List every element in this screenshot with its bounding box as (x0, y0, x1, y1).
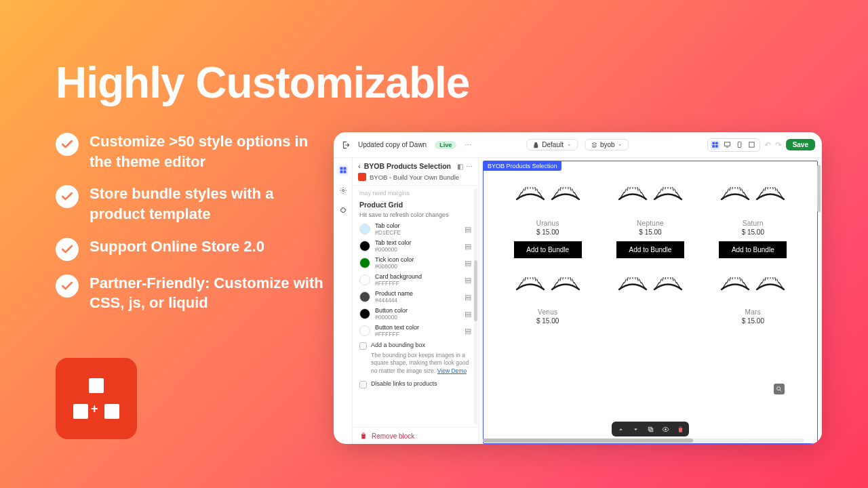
device-inspector-icon[interactable] (711, 140, 720, 150)
svg-line-98 (635, 277, 635, 279)
save-button[interactable]: Save (786, 139, 815, 150)
svg-line-45 (674, 188, 676, 193)
svg-line-94 (625, 279, 627, 283)
swatch-options-icon[interactable]: ▤ (465, 242, 471, 251)
sections-icon[interactable] (338, 165, 349, 176)
svg-point-136 (777, 387, 781, 390)
undo-icon[interactable]: ↶ (764, 140, 771, 150)
template-selector[interactable]: byob (585, 139, 629, 150)
color-swatch[interactable] (359, 258, 370, 268)
remove-block-button[interactable]: Remove block (372, 432, 414, 440)
svg-line-77 (534, 277, 536, 281)
svg-line-66 (775, 187, 776, 191)
svg-line-51 (730, 187, 731, 191)
swatch-options-icon[interactable]: ▤ (465, 276, 471, 285)
floating-toolbar (612, 422, 689, 436)
move-up-icon[interactable] (616, 424, 625, 434)
product-card: Mars $ 15.00 (705, 268, 801, 325)
delete-icon[interactable] (675, 424, 685, 434)
product-image (602, 178, 698, 216)
faded-hint: may need margins (359, 190, 471, 197)
color-swatch[interactable] (359, 308, 370, 319)
swatch-options-icon[interactable]: ▤ (465, 225, 471, 234)
svg-line-54 (737, 187, 738, 189)
page-selector[interactable]: Default (526, 139, 578, 150)
app-embeds-icon[interactable] (338, 205, 349, 216)
color-swatch-row[interactable]: Card background #FFFFFF ▤ (359, 273, 471, 287)
back-icon[interactable]: ‹ (358, 162, 361, 170)
svg-line-61 (762, 188, 764, 193)
bullet-text: Store bundle styles with a product templ… (90, 184, 327, 224)
svg-line-106 (663, 277, 664, 281)
svg-line-122 (742, 279, 744, 283)
product-card: Venus $ 15.00 (500, 268, 595, 325)
svg-line-107 (665, 277, 666, 279)
svg-line-19 (563, 187, 564, 189)
color-swatch[interactable] (359, 224, 370, 235)
product-price: $ 15.00 (705, 228, 801, 236)
check-icon (56, 185, 79, 208)
color-swatch[interactable] (359, 291, 370, 302)
bounding-box-checkbox[interactable] (359, 342, 367, 350)
color-swatch[interactable] (359, 274, 370, 285)
panel-scrollbar-thumb[interactable] (474, 260, 477, 321)
color-swatch[interactable] (359, 241, 370, 251)
disable-links-checkbox[interactable] (359, 381, 367, 388)
hide-icon[interactable] (660, 424, 670, 434)
view-demo-link[interactable]: View Demo (437, 367, 467, 374)
canvas-hscroll-thumb[interactable] (483, 439, 693, 443)
selection-tag: BYOB Products Selection (484, 161, 561, 171)
svg-line-99 (637, 277, 638, 281)
svg-line-117 (730, 277, 731, 281)
svg-line-88 (570, 277, 571, 281)
panel-more-icon[interactable]: ⋯ (466, 163, 473, 170)
canvas-vscroll-thumb[interactable] (817, 165, 821, 212)
chevron-down-icon (618, 142, 623, 148)
app-badge-icon (358, 173, 366, 181)
theme-settings-icon[interactable] (338, 185, 349, 196)
selected-section-frame[interactable]: BYOB Products Selection Uranus $ 15.00 A… (483, 161, 818, 444)
color-swatch-row[interactable]: Tab text color #000000 ▤ (359, 239, 471, 253)
color-swatch[interactable] (359, 325, 370, 336)
feature-bullets: Customize >50 style options in the theme… (56, 131, 327, 325)
svg-line-32 (635, 187, 635, 189)
swatch-options-icon[interactable]: ▤ (465, 327, 471, 336)
color-swatch-row[interactable]: Product name #444444 ▤ (359, 290, 471, 304)
settings-panel: ‹ BYOB Products Selection ◧ ⋯ BYOB - Bui… (353, 158, 479, 444)
swatch-options-icon[interactable]: ▤ (465, 259, 471, 268)
color-swatch-row[interactable]: Tick icon color #008000 ▤ (359, 256, 471, 270)
redo-icon[interactable]: ↷ (775, 140, 782, 150)
device-mobile-icon[interactable] (735, 140, 745, 150)
svg-line-7 (524, 187, 526, 191)
add-to-bundle-button[interactable]: Add to Bundle (616, 241, 684, 258)
add-to-bundle-button[interactable]: Add to Bundle (719, 241, 787, 258)
svg-line-84 (559, 277, 561, 281)
color-swatch-row[interactable]: Tab color #D1ECFE ▤ (359, 222, 471, 236)
svg-line-34 (639, 188, 641, 193)
more-icon[interactable]: ⋯ (465, 141, 471, 148)
visibility-icon[interactable]: ◧ (457, 163, 463, 170)
color-swatch-row[interactable]: Button color #000000 ▤ (359, 307, 471, 321)
swatch-name: Button text color (375, 324, 460, 331)
svg-rect-0 (725, 142, 730, 146)
live-badge: Live (435, 141, 456, 149)
product-image (705, 178, 801, 216)
zoom-icon[interactable] (774, 384, 785, 394)
editor-topbar: Updated copy of Dawn Live ⋯ Default byob (334, 132, 822, 158)
svg-line-73 (524, 277, 526, 281)
bullet-item: Partner-Friendly: Customize with CSS, js… (56, 273, 327, 313)
add-to-bundle-button[interactable]: Add to Bundle (514, 241, 582, 258)
swatch-options-icon[interactable]: ▤ (465, 293, 471, 302)
color-swatch-row[interactable]: Button text color #FFFFFF ▤ (359, 324, 471, 338)
swatch-options-icon[interactable]: ▤ (465, 310, 471, 319)
duplicate-icon[interactable] (646, 424, 655, 434)
device-fullscreen-icon[interactable] (747, 140, 757, 150)
svg-line-67 (777, 188, 779, 193)
svg-line-50 (727, 188, 729, 193)
app-name-label: BYOB - Build Your Own Bundle (370, 174, 459, 181)
product-price: $ 15.00 (500, 228, 595, 236)
move-down-icon[interactable] (631, 424, 640, 434)
theme-name[interactable]: Updated copy of Dawn (358, 141, 427, 148)
exit-icon[interactable] (340, 140, 351, 150)
device-desktop-icon[interactable] (723, 140, 732, 150)
